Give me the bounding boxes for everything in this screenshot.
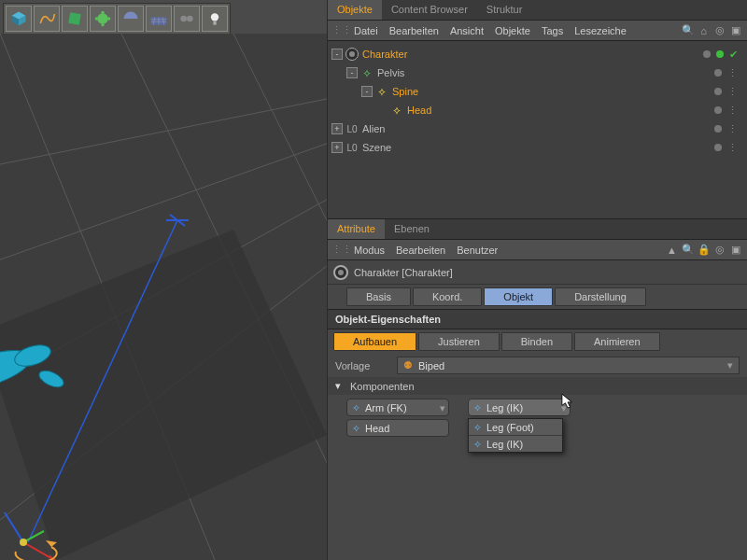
- object-type-icon: ⟡: [389, 103, 404, 118]
- svg-marker-26: [0, 230, 327, 560]
- menu-user[interactable]: Benutzer: [457, 245, 498, 256]
- svg-point-7: [95, 17, 98, 20]
- objects-menubar: ⋮⋮ Datei Bearbeiten Ansicht Objekte Tags…: [328, 21, 747, 41]
- object-type-icon: [345, 47, 359, 62]
- bone-icon: ⟡: [474, 438, 481, 450]
- twisty-icon[interactable]: ▾: [335, 380, 341, 392]
- tab-attribute[interactable]: Attribute: [328, 219, 385, 239]
- nav-up-icon[interactable]: ▲: [666, 244, 678, 256]
- svg-line-35: [5, 512, 23, 542]
- tool-camera[interactable]: [174, 6, 200, 32]
- expand-icon[interactable]: ▣: [729, 244, 741, 256]
- tree-row[interactable]: ⟡Head⋮: [328, 101, 747, 119]
- menu-file[interactable]: Datei: [354, 25, 378, 36]
- svg-point-15: [180, 16, 187, 22]
- object-tree[interactable]: -Charakter✔-⟡Pelvis⋮-⟡Spine⋮⟡Head⋮+L0Ali…: [328, 41, 747, 218]
- mode-adjust[interactable]: Justieren: [418, 332, 500, 351]
- tag-dots[interactable]: ⋮: [727, 86, 738, 98]
- visibility-dot[interactable]: [714, 125, 722, 133]
- tree-row[interactable]: +L0Alien⋮: [328, 119, 747, 138]
- pill-basis[interactable]: Basis: [346, 287, 411, 306]
- render-dot[interactable]: [716, 50, 724, 58]
- tab-objects[interactable]: Objekte: [328, 0, 382, 20]
- tag-dots[interactable]: ⋮: [727, 105, 738, 117]
- right-panels: Objekte Content Browser Struktur ⋮⋮ Date…: [327, 0, 747, 560]
- svg-point-17: [211, 13, 218, 21]
- chevron-down-icon[interactable]: ▾: [561, 402, 567, 414]
- template-row: Vorlage ⚉ Biped: [328, 354, 747, 377]
- tree-row[interactable]: +L0Szene⋮: [328, 138, 747, 157]
- expander-icon[interactable]: -: [346, 67, 358, 78]
- component-chip[interactable]: ⟡Arm (FK)▾: [346, 399, 449, 416]
- menu-mode[interactable]: Modus: [354, 245, 385, 256]
- home-icon[interactable]: ⌂: [698, 24, 710, 36]
- svg-point-6: [107, 17, 110, 20]
- pill-coord[interactable]: Koord.: [413, 287, 482, 306]
- chevron-down-icon[interactable]: ▾: [440, 402, 445, 414]
- expander-icon[interactable]: -: [331, 49, 343, 60]
- biped-icon: ⚉: [403, 359, 413, 371]
- section-object-properties: Objekt-Eigenschaften: [328, 309, 747, 329]
- tree-row[interactable]: -⟡Pelvis⋮: [328, 63, 747, 82]
- object-type-icon: ⟡: [374, 84, 389, 99]
- popup-label: Leg (Foot): [486, 422, 534, 433]
- menu-edit[interactable]: Bearbeiten: [389, 25, 439, 36]
- expander-icon[interactable]: +: [331, 142, 343, 153]
- tree-label[interactable]: Pelvis: [377, 67, 404, 78]
- tree-label[interactable]: Spine: [392, 86, 418, 97]
- tree-label[interactable]: Charakter: [362, 49, 407, 60]
- visibility-dot[interactable]: [703, 50, 711, 58]
- expander-icon[interactable]: +: [331, 123, 343, 134]
- mode-build[interactable]: Aufbauen: [333, 332, 416, 351]
- visibility-dot[interactable]: [714, 88, 722, 95]
- template-dropdown[interactable]: ⚉ Biped: [397, 357, 740, 374]
- mode-bind[interactable]: Binden: [501, 332, 572, 351]
- object-type-icon: ⟡: [359, 65, 374, 80]
- components-header[interactable]: ▾ Komponenten: [328, 377, 747, 395]
- tool-deformer[interactable]: [62, 6, 88, 32]
- popup-item[interactable]: ⟡Leg (IK): [469, 436, 562, 452]
- eye-icon[interactable]: ◎: [713, 24, 726, 36]
- tag-dots[interactable]: ⋮: [727, 142, 738, 154]
- search-icon[interactable]: 🔍: [682, 244, 694, 256]
- tree-label[interactable]: Alien: [362, 123, 385, 134]
- tree-label[interactable]: Head: [407, 105, 431, 116]
- mode-animate[interactable]: Animieren: [574, 332, 660, 351]
- tool-sky[interactable]: [118, 6, 144, 32]
- tag-dots[interactable]: ⋮: [727, 123, 738, 135]
- visibility-dot[interactable]: [714, 106, 722, 114]
- visibility-dot[interactable]: [714, 69, 722, 77]
- pill-display[interactable]: Darstellung: [555, 287, 646, 306]
- pill-object[interactable]: Objekt: [484, 287, 553, 306]
- tab-content-browser[interactable]: Content Browser: [382, 0, 477, 20]
- visibility-dot[interactable]: [714, 144, 722, 151]
- component-chip[interactable]: ⟡Head: [346, 419, 449, 437]
- menu-view[interactable]: Ansicht: [450, 25, 484, 36]
- chip-leg-ik[interactable]: ⟡ Leg (IK) ▾: [468, 399, 571, 416]
- tab-layers[interactable]: Ebenen: [385, 219, 439, 239]
- pin-icon[interactable]: ◎: [713, 244, 726, 256]
- tool-cube[interactable]: [6, 6, 32, 32]
- tree-row[interactable]: -Charakter✔: [328, 45, 747, 63]
- menu-bookmarks[interactable]: Lesezeiche: [574, 25, 627, 36]
- viewport-3d[interactable]: [0, 34, 327, 560]
- attr-title: Charakter [Charakter]: [354, 267, 453, 278]
- leg-dropdown-popup: ⟡Leg (Foot)⟡Leg (IK): [468, 418, 563, 453]
- tag-dots[interactable]: ⋮: [727, 67, 738, 79]
- search-icon[interactable]: 🔍: [682, 24, 694, 36]
- tool-generator[interactable]: [90, 6, 116, 32]
- tab-structure[interactable]: Struktur: [477, 0, 532, 20]
- expand-icon[interactable]: ▣: [729, 24, 741, 36]
- menu-tags[interactable]: Tags: [542, 25, 563, 36]
- menu-objects[interactable]: Objekte: [495, 25, 530, 36]
- tool-spline[interactable]: [34, 6, 60, 32]
- lock-icon[interactable]: 🔒: [698, 244, 710, 256]
- tree-row[interactable]: -⟡Spine⋮: [328, 82, 747, 101]
- tool-floor[interactable]: [146, 6, 172, 32]
- tree-label[interactable]: Szene: [362, 142, 391, 153]
- menu-edit2[interactable]: Bearbeiten: [396, 245, 445, 256]
- attr-object-header: Charakter [Charakter]: [328, 260, 747, 285]
- tool-light[interactable]: [202, 6, 228, 32]
- expander-icon[interactable]: -: [361, 86, 373, 97]
- popup-item[interactable]: ⟡Leg (Foot): [469, 419, 562, 436]
